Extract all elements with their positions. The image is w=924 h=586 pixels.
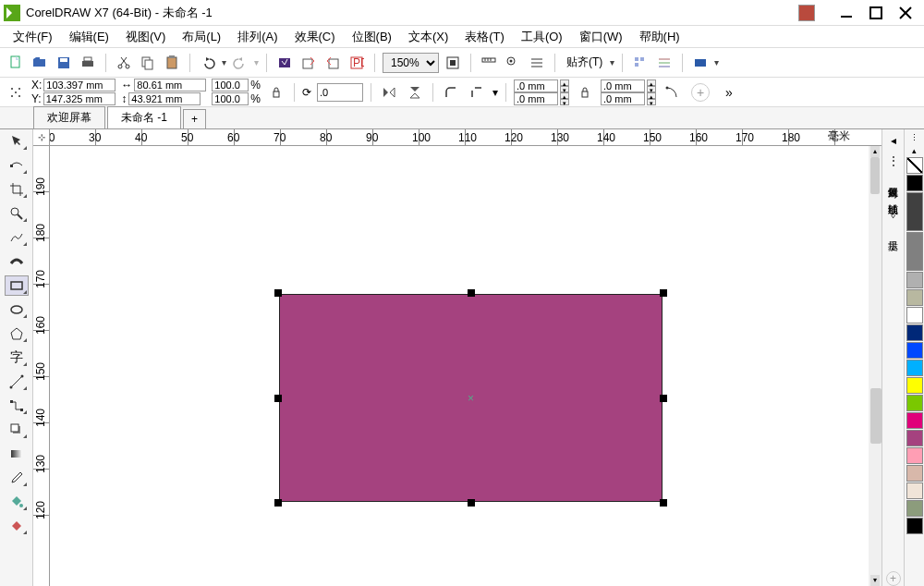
handle-bottom-left[interactable] <box>274 499 282 507</box>
add-preset-button[interactable]: + <box>691 83 710 102</box>
lock-corners-button[interactable] <box>575 82 595 103</box>
eyedropper-tool[interactable] <box>5 468 29 488</box>
menu-edit[interactable]: 编辑(E) <box>62 26 116 48</box>
copy-button[interactable] <box>138 53 158 73</box>
handle-bottom-right[interactable] <box>660 499 667 507</box>
show-grid-button[interactable] <box>503 53 523 73</box>
palette-swatch[interactable] <box>906 192 923 231</box>
print-button[interactable] <box>78 53 98 73</box>
drawing-page[interactable]: × <box>50 146 881 586</box>
cut-button[interactable] <box>114 53 134 73</box>
docker-object-properties[interactable]: 对象属性 <box>884 174 902 185</box>
handle-mid-left[interactable] <box>274 395 282 402</box>
overflow-button[interactable]: » <box>719 82 739 103</box>
palette-swatch[interactable] <box>906 360 923 376</box>
rectangle-tool[interactable] <box>5 275 29 296</box>
mirror-h-button[interactable] <box>379 82 399 103</box>
import-button[interactable] <box>298 53 319 73</box>
docker-menu-icon[interactable]: ⋮ <box>886 153 901 168</box>
polygon-tool[interactable] <box>5 324 29 344</box>
fullscreen-preview-button[interactable] <box>443 53 463 73</box>
transparency-tool[interactable] <box>5 444 29 464</box>
minimize-button[interactable] <box>837 4 856 22</box>
scroll-down-icon[interactable]: ▾ <box>870 575 880 586</box>
palette-swatch[interactable] <box>906 232 923 271</box>
open-button[interactable] <box>30 53 50 73</box>
menu-bitmaps[interactable]: 位图(B) <box>345 26 399 48</box>
undo-dropdown-icon[interactable]: ▾ <box>222 57 226 67</box>
x-input[interactable] <box>43 79 116 92</box>
add-docker-button[interactable]: + <box>886 571 901 586</box>
palette-swatch[interactable] <box>906 324 923 341</box>
handle-bottom-center[interactable] <box>468 499 475 507</box>
crop-tool[interactable] <box>5 179 29 200</box>
paste-button[interactable] <box>162 53 182 73</box>
vertical-ruler[interactable]: 190 180 170 160 150 140 130 120 <box>33 146 50 586</box>
palette-swatch[interactable] <box>906 175 923 191</box>
freehand-tool[interactable] <box>5 227 29 248</box>
parallel-dim-tool[interactable] <box>5 372 29 392</box>
palette-swatch[interactable] <box>906 447 923 464</box>
handle-mid-right[interactable] <box>660 395 667 402</box>
menu-table[interactable]: 表格(T) <box>457 26 512 48</box>
corner-tl-input[interactable] <box>514 79 558 92</box>
maximize-button[interactable] <box>867 4 885 22</box>
selected-rectangle[interactable]: × <box>279 294 663 502</box>
menu-tools[interactable]: 工具(O) <box>514 26 570 48</box>
publish-pdf-button[interactable]: PDF <box>346 53 367 73</box>
corner-dropdown-icon[interactable]: ▾ <box>492 86 498 99</box>
palette-swatch[interactable] <box>906 412 923 429</box>
ellipse-tool[interactable] <box>5 299 29 320</box>
tab-document[interactable]: 未命名 -1 <box>107 106 181 128</box>
palette-swatch[interactable] <box>906 289 923 306</box>
spin-down[interactable]: ▾ <box>560 86 569 92</box>
save-button[interactable] <box>54 53 74 73</box>
palette-swatch[interactable] <box>906 482 923 499</box>
palette-swatch[interactable] <box>906 395 923 411</box>
new-button[interactable] <box>6 53 26 73</box>
handle-top-right[interactable] <box>660 289 667 297</box>
scrollbar-thumb[interactable] <box>870 157 880 194</box>
width-input[interactable] <box>134 79 206 92</box>
palette-swatch[interactable] <box>906 518 923 534</box>
corner-round-button[interactable] <box>441 82 461 103</box>
tab-welcome[interactable]: 欢迎屏幕 <box>33 106 105 128</box>
scale-x-input[interactable] <box>212 79 249 92</box>
palette-swatch[interactable] <box>906 465 923 482</box>
zoom-dropdown[interactable]: 150% <box>383 53 439 73</box>
pick-tool[interactable] <box>5 131 29 152</box>
scale-y-input[interactable] <box>212 92 249 105</box>
corner-tr-input[interactable] <box>601 79 645 92</box>
vertical-scrollbar[interactable]: ▴ ▾ <box>869 146 881 586</box>
handle-top-center[interactable] <box>468 289 475 297</box>
palette-swatch[interactable] <box>906 307 923 324</box>
show-rulers-button[interactable] <box>479 53 499 73</box>
spin-down[interactable]: ▾ <box>647 99 656 105</box>
docker-scrollbar-thumb[interactable] <box>870 388 881 444</box>
height-input[interactable] <box>128 92 201 105</box>
snap-label[interactable]: 贴齐(T) <box>563 55 606 70</box>
export-button[interactable] <box>322 53 343 73</box>
spin-up[interactable]: ▴ <box>560 92 569 99</box>
scroll-up-icon[interactable]: ▴ <box>870 146 880 157</box>
corner-br-input[interactable] <box>601 92 645 105</box>
center-marker-icon[interactable]: × <box>467 394 476 403</box>
spin-up[interactable]: ▴ <box>560 79 569 86</box>
launcher-dropdown-icon[interactable]: ▾ <box>714 57 719 67</box>
menu-window[interactable]: 窗口(W) <box>572 26 630 48</box>
zoom-tool[interactable] <box>5 203 29 224</box>
artistic-media-tool[interactable] <box>5 251 29 272</box>
lock-ratio-button[interactable] <box>266 82 286 103</box>
y-input[interactable] <box>43 92 116 105</box>
text-tool[interactable]: 字 <box>5 348 29 368</box>
menu-text[interactable]: 文本(X) <box>401 26 456 48</box>
palette-up-icon[interactable]: ▴ <box>910 144 918 157</box>
palette-swatch[interactable] <box>906 500 923 517</box>
connector-tool[interactable] <box>5 396 29 416</box>
docker-guidelines[interactable]: 辅助线 <box>884 190 902 201</box>
user-avatar-icon[interactable] <box>798 5 815 21</box>
interactive-fill-tool[interactable] <box>5 492 29 512</box>
mirror-v-button[interactable] <box>405 82 425 103</box>
smart-fill-tool[interactable] <box>5 516 29 536</box>
spin-down[interactable]: ▾ <box>647 86 656 92</box>
